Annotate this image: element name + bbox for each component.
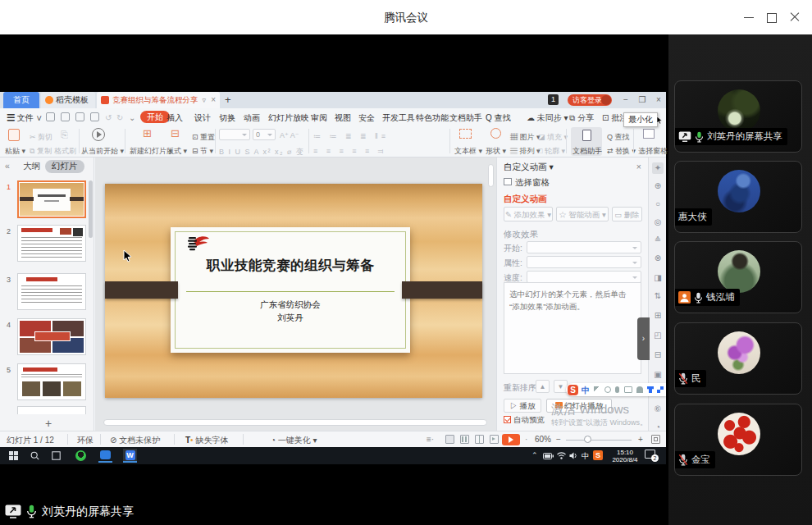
taskbar-wps-icon[interactable]: W	[123, 449, 137, 463]
taskbar-qq-icon[interactable]	[74, 449, 88, 463]
layout-button[interactable]: 版式 ▾	[167, 146, 187, 157]
tray-battery-icon[interactable]	[543, 453, 554, 459]
paste-button[interactable]: 粘贴 ▾	[5, 146, 25, 157]
format-painter-button[interactable]: 格式刷	[54, 146, 76, 157]
open-icon[interactable]	[46, 112, 55, 121]
new-slide-icon[interactable]: ⊞	[143, 127, 152, 139]
task-view-icon[interactable]	[49, 449, 63, 463]
sync-status[interactable]: ☁ 未同步 ▾	[527, 112, 568, 124]
tab-docer[interactable]: 稻壳模板	[41, 92, 95, 108]
shape-button[interactable]: 形状 ▾	[486, 146, 506, 157]
add-slide-button[interactable]: +	[45, 417, 52, 430]
zoom-out-button[interactable]: −	[556, 435, 561, 444]
sogou-person-icon[interactable]	[636, 386, 643, 393]
notes-icon[interactable]: ≡·	[427, 435, 434, 444]
participant-tile[interactable]: 民	[674, 322, 802, 395]
menu-design[interactable]: 设计	[194, 112, 211, 124]
start-field-combo[interactable]	[527, 241, 641, 253]
anim-play-button[interactable]: ▷ 播放	[504, 399, 541, 413]
view-show-icon[interactable]	[490, 435, 499, 444]
menu-assistant[interactable]: 文档助手	[449, 112, 482, 124]
menu-start[interactable]: 开始	[140, 111, 170, 123]
sogou-input-bar[interactable]: S 中	[566, 383, 666, 396]
strip-icon-3[interactable]: ○	[652, 199, 664, 210]
participant-tile[interactable]: 金宝	[674, 404, 802, 476]
slide-thumb-4[interactable]	[17, 318, 86, 355]
speed-field-combo[interactable]	[527, 271, 641, 283]
menu-slideshow[interactable]: 幻灯片放映	[268, 112, 309, 124]
anim-panel-close-icon[interactable]: ×	[636, 162, 641, 171]
strip-icon-4[interactable]: ◎	[652, 217, 664, 228]
doc-protect-status[interactable]: ⊘ 文档未保护	[110, 435, 160, 446]
strip-icon-11[interactable]: ⊟	[652, 349, 664, 361]
save-icon[interactable]	[61, 112, 70, 121]
format-painter-icon[interactable]: ⎘	[61, 130, 68, 140]
new-tab-button[interactable]: +	[225, 92, 231, 108]
wps-restore-button[interactable]: ❐	[636, 94, 648, 106]
delete-button[interactable]: ▭ 删除	[612, 207, 642, 221]
participant-tile[interactable]: 刘英丹的屏幕共享	[674, 80, 802, 153]
undo-icon[interactable]: ↺	[105, 112, 112, 124]
play-from-icon[interactable]	[92, 128, 105, 141]
maximize-button[interactable]	[766, 11, 778, 23]
tray-lang-icon[interactable]: 中	[582, 451, 589, 462]
share-button[interactable]: ⧉ 分享	[569, 112, 594, 124]
tray-network-icon[interactable]	[557, 452, 566, 459]
missing-font-status[interactable]: T• 缺失字体	[185, 435, 228, 446]
strip-icon-7[interactable]: ◨	[652, 272, 664, 284]
select-pane-icon[interactable]	[643, 129, 655, 139]
sogou-mic-icon[interactable]	[615, 386, 619, 393]
slide-thumb-1[interactable]	[17, 180, 86, 218]
menu-find[interactable]: Q 查找	[486, 112, 511, 124]
beautify-button[interactable]: ◔ 一键美化 ▾	[271, 435, 317, 446]
strip-star-icon[interactable]: ✦	[652, 162, 664, 174]
smart-anim-button[interactable]: ☆ 智能动画 ▾	[556, 207, 609, 221]
sogou-grid-icon[interactable]	[657, 386, 664, 393]
panel-expand-tab[interactable]: ›	[637, 317, 650, 360]
sogou-skin-icon[interactable]	[647, 386, 654, 393]
slide-thumb-5[interactable]	[17, 363, 86, 400]
eco-mode[interactable]: 环保	[77, 435, 94, 446]
menu-view[interactable]: 视图	[335, 112, 351, 124]
tab-document[interactable]: 竞赛组织与筹备流程分享.pptx ▿ ×	[97, 92, 220, 108]
list-indent-buttons[interactable]: ≔ ≔ ≣ ≣ ‖≡	[313, 132, 389, 140]
view-reading-icon[interactable]	[475, 435, 484, 444]
strip-icon-10[interactable]: ◰	[652, 330, 664, 341]
menu-security[interactable]: 安全	[358, 112, 375, 124]
prop-field-combo[interactable]	[527, 256, 641, 268]
auto-preview-checkbox[interactable]: 自动预览	[504, 415, 545, 426]
minimize-button[interactable]	[743, 11, 755, 23]
participant-tile[interactable]: 钱泓埔	[674, 241, 802, 313]
print-icon[interactable]	[75, 112, 84, 121]
vertical-scrollbar[interactable]	[488, 164, 494, 187]
redo-icon[interactable]: ↻	[116, 112, 123, 124]
select-pane-button2[interactable]: 选择窗格	[504, 177, 550, 189]
close-button[interactable]	[789, 11, 801, 23]
zoom-level[interactable]: 60%	[535, 435, 551, 444]
shape-icon[interactable]	[490, 128, 501, 139]
taskbar-clock[interactable]: 15:102020/8/4	[609, 449, 641, 463]
zoom-slider[interactable]	[566, 440, 632, 441]
font-style-buttons[interactable]: B I U S A x² x₂ ⌀ 变	[219, 147, 304, 158]
zoom-knob[interactable]	[584, 436, 591, 443]
taskbar-meeting-icon[interactable]	[98, 449, 112, 463]
menu-review[interactable]: 审阅	[311, 112, 327, 124]
play-from-button[interactable]: 从当前开始 ▾	[81, 146, 124, 157]
strip-icon-2[interactable]: ⊕	[652, 180, 664, 192]
qat-more-icon[interactable]: ⌄	[129, 112, 135, 124]
cut-button[interactable]: ✂ 剪切	[30, 132, 52, 143]
slideshow-button[interactable]	[502, 434, 520, 445]
close-tab-icon[interactable]: ×	[211, 92, 216, 108]
strip-icon-12[interactable]: ▣	[652, 369, 664, 381]
start-button[interactable]	[7, 449, 21, 463]
doc-assistant-icon[interactable]	[582, 130, 591, 141]
tab-home[interactable]: 首页	[3, 92, 39, 108]
tray-volume-icon[interactable]	[569, 452, 578, 459]
tray-expand-icon[interactable]: ⌃	[531, 451, 538, 459]
slides-tab[interactable]: 幻灯片	[45, 160, 84, 173]
taskbar-search-icon[interactable]	[28, 449, 42, 463]
menu-features[interactable]: 特色功能	[416, 112, 449, 124]
font-family-combo[interactable]	[219, 129, 250, 140]
strip-icon-5[interactable]: ≙	[652, 235, 664, 246]
horizontal-scrollbar[interactable]	[103, 419, 487, 426]
